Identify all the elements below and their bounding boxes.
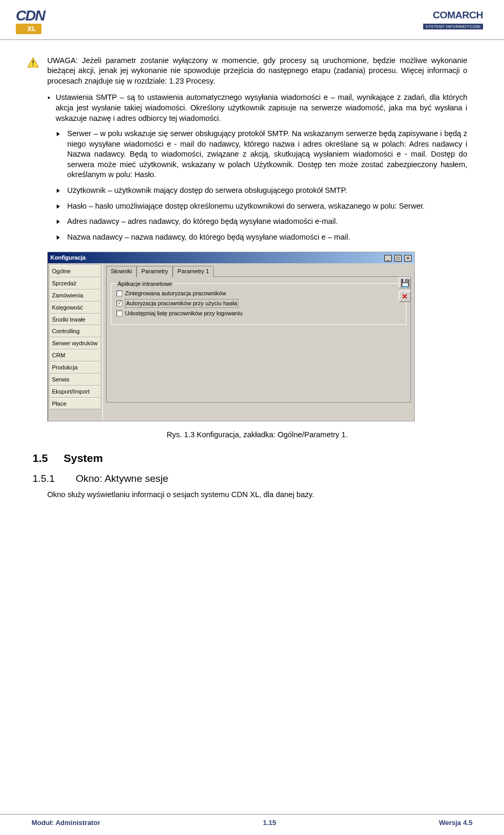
group-intranet-apps: Aplikacje intranetowe Zintegrowana autor… <box>111 283 406 325</box>
minimize-icon[interactable]: _ <box>384 255 392 262</box>
checkbox-icon[interactable]: ✓ <box>117 301 122 306</box>
xl-badge: XL <box>16 24 41 34</box>
sidebar-item[interactable]: Serwer wydruków <box>50 337 100 349</box>
sidebar-item[interactable]: Serwis <box>50 374 100 386</box>
sub-bullet-item: Adres nadawcy – adres nadawcy, do któreg… <box>67 217 467 227</box>
tab-parametry[interactable]: Parametry <box>136 266 173 277</box>
footer-page: 1.15 <box>263 819 276 827</box>
cancel-button[interactable]: ✕ <box>398 291 411 302</box>
checkbox-label: Udostępniaj listę pracowników przy logow… <box>125 310 243 317</box>
h3-text: Okno: Aktywne sesje <box>76 472 168 486</box>
sidebar-item[interactable]: Księgowość <box>50 302 100 314</box>
sidebar-item[interactable]: CRM <box>50 349 100 362</box>
comarch-text: COMARCH <box>378 9 483 21</box>
sub-bullet-list: Serwer – w polu wskazuje się serwer obsł… <box>47 129 467 242</box>
tab-bar: Słowniki Parametry Parametry 1 <box>106 265 411 276</box>
h2-number: 1.5 <box>33 451 48 466</box>
checkbox-row[interactable]: Udostępniaj listę pracowników przy logow… <box>117 310 401 317</box>
svg-rect-1 <box>33 60 34 64</box>
sub-bullet-item: Użytkownik – użytkownik mający dostęp do… <box>67 185 467 196</box>
main-content: UWAGA: Jeżeli parametr zostanie wyłączon… <box>0 40 504 517</box>
figure-caption: Rys. 1.3 Konfiguracja, zakładka: Ogólne/… <box>47 430 467 440</box>
window-controls: _ □ × <box>383 254 412 262</box>
sidebar-item[interactable]: Sprzedaż <box>50 277 100 290</box>
checkbox-icon[interactable] <box>117 311 122 316</box>
config-sidebar: Ogólne Sprzedaż Zamówienia Księgowość Śr… <box>48 263 103 421</box>
tab-parametry1[interactable]: Parametry 1 <box>173 266 214 277</box>
group-label: Aplikacje intranetowe <box>116 280 174 288</box>
sub-bullet-item: Serwer – w polu wskazuje się serwer obsł… <box>67 129 467 180</box>
footer-module: Moduł: Administrator <box>32 819 100 827</box>
checkbox-icon[interactable] <box>117 291 122 296</box>
h2-text: System <box>64 451 103 466</box>
checkbox-row[interactable]: ✓ Autoryzacja pracowników przy użyciu ha… <box>117 299 401 308</box>
body-paragraph: Okno służy wyświetlaniu informacji o ses… <box>47 490 467 500</box>
comarch-subtext: SYSTEMY INFORMATYCZNE <box>423 24 483 29</box>
checkbox-row[interactable]: Zintegrowana autoryzacja pracowników <box>117 290 401 297</box>
page-footer: Moduł: Administrator 1.15 Wersja 4.5 <box>0 814 504 827</box>
warning-icon <box>27 57 39 68</box>
x-icon: ✕ <box>402 292 408 302</box>
logo-cdn-xl: CDN XL <box>16 9 84 34</box>
checkbox-label: Autoryzacja pracowników przy użyciu hasł… <box>125 299 238 308</box>
warning-note: UWAGA: Jeżeli parametr zostanie wyłączon… <box>32 56 467 87</box>
window-titlebar: Konfiguracja _ □ × <box>48 252 414 263</box>
subsection-heading: 1.5.1 Okno: Aktywne sesje <box>33 472 467 486</box>
tab-slowniki[interactable]: Słowniki <box>106 266 136 277</box>
tab-panel: Aplikacje intranetowe Zintegrowana autor… <box>106 276 411 403</box>
config-window: Konfiguracja _ □ × Ogólne Sprzedaż Zamów… <box>47 252 415 421</box>
sidebar-item[interactable]: Eksport/Import <box>50 386 100 398</box>
sidebar-item[interactable]: Produkcja <box>50 362 100 374</box>
sidebar-item[interactable]: Controlling <box>50 325 100 337</box>
save-button[interactable]: 💾 <box>398 277 411 288</box>
sidebar-item[interactable]: Zamówienia <box>50 290 100 302</box>
window-title: Konfiguracja <box>50 254 86 262</box>
section-heading: 1.5 System <box>33 451 467 466</box>
cdn-text: CDN <box>16 9 79 22</box>
sub-bullet-item: Hasło – hasło umożliwiające dostęp okreś… <box>67 201 467 212</box>
sidebar-item[interactable]: Płace <box>50 398 100 410</box>
checkbox-label: Zintegrowana autoryzacja pracowników <box>125 290 226 297</box>
footer-version: Wersja 4.5 <box>439 819 472 827</box>
bullet-item: Ustawienia SMTP – są to ustawienia autom… <box>56 92 467 123</box>
figure: Konfiguracja _ □ × Ogólne Sprzedaż Zamów… <box>47 252 467 421</box>
sub-bullet-item: Nazwa nadawcy – nazwa nadawcy, do któreg… <box>67 232 467 243</box>
maximize-icon[interactable]: □ <box>394 255 402 262</box>
h3-number: 1.5.1 <box>33 472 55 486</box>
page-header: CDN XL COMARCH SYSTEMY INFORMATYCZNE <box>0 0 504 40</box>
dialog-buttons: 💾 ✕ <box>398 277 411 302</box>
logo-comarch: COMARCH SYSTEMY INFORMATYCZNE <box>378 9 483 29</box>
config-main: Słowniki Parametry Parametry 1 Aplikacje… <box>103 263 414 421</box>
sidebar-item[interactable]: Środki trwałe <box>50 314 100 326</box>
close-icon[interactable]: × <box>404 255 412 262</box>
warning-text: UWAGA: Jeżeli parametr zostanie wyłączon… <box>47 56 467 87</box>
sidebar-item[interactable]: Ogólne <box>50 265 100 277</box>
bullet-list: Ustawienia SMTP – są to ustawienia autom… <box>47 92 467 123</box>
svg-rect-2 <box>33 65 34 66</box>
diskette-icon: 💾 <box>401 278 410 288</box>
